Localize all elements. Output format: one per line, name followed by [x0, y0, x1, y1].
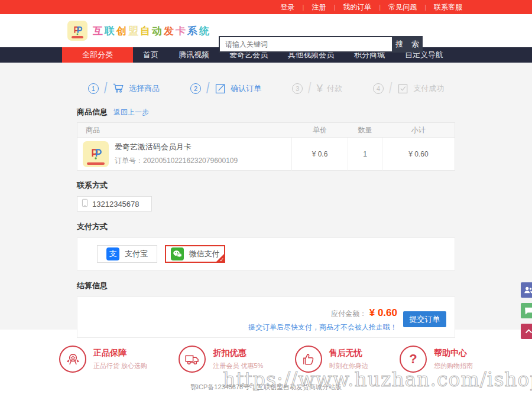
feature-help: ? 帮助中心 您的购物指南 [400, 346, 473, 373]
step-pay: 3 / ¥ 付款 [292, 79, 342, 97]
logo-icon [67, 21, 87, 41]
step-number: 4 [373, 83, 384, 94]
alipay-option[interactable]: 支 支付宝 [97, 245, 157, 263]
back-to-top-button[interactable] [521, 324, 532, 339]
contact-section-title: 联系方式 [77, 180, 455, 191]
selected-check-icon: ✓ [219, 257, 224, 263]
search-button[interactable]: 搜 索 [392, 36, 423, 53]
copyright: 鄂ICP备12345678号-1 互联创盟自动发货商城分站版 [0, 383, 532, 392]
feature-title: 折扣优惠 [213, 348, 263, 359]
section-title-text: 支付方式 [77, 221, 108, 232]
col-quantity: 数量 [348, 123, 382, 138]
amount-value: ¥ 0.60 [369, 307, 397, 318]
step-label: 确认订单 [231, 83, 261, 94]
col-subtotal: 小计 [382, 123, 455, 138]
step-select-product: 1 / 选择商品 [88, 79, 160, 97]
faq-link[interactable]: 常见问题 [381, 2, 424, 12]
feature-title: 正品保障 [93, 348, 147, 359]
my-orders-link[interactable]: 我的订单 [335, 2, 379, 12]
phone-field[interactable]: 13212345678 [77, 196, 152, 211]
col-product: 商品 [77, 123, 292, 138]
contact-service-link[interactable]: 联系客服 [426, 2, 470, 12]
floating-toolbar [521, 282, 532, 339]
step-label: 支付成功 [413, 83, 444, 94]
chat-icon [524, 306, 532, 316]
payment-section-title: 支付方式 [77, 221, 455, 232]
feature-desc: 正品行货 放心选购 [93, 361, 147, 370]
search-box: 搜 索 [219, 36, 423, 53]
alipay-icon: 支 [106, 247, 119, 260]
table-header-row: 商品 单价 数量 小计 [77, 123, 455, 138]
feature-desc: 注册会员 优惠5% [213, 361, 263, 370]
chevron-up-icon [524, 327, 532, 337]
cart-icon [112, 82, 125, 95]
order-number: 订单号：202005102216232079600109 [115, 156, 238, 166]
step-label: 选择商品 [129, 83, 160, 94]
slash-divider: / [104, 79, 107, 97]
edit-icon [215, 83, 226, 95]
step-label: 付款 [327, 83, 342, 94]
feature-discount: 折扣优惠 注册会员 优惠5% [179, 346, 263, 373]
slash-divider: / [389, 79, 392, 97]
phone-icon [82, 198, 88, 209]
amount-label: 应付金额： [331, 309, 366, 318]
nav-item-home[interactable]: 首页 [133, 47, 168, 63]
logo-strip [87, 162, 105, 165]
alipay-label: 支付宝 [125, 249, 148, 259]
amount-block: 应付金额： ¥ 0.60 提交订单后尽快支付，商品才不会被人抢走哦！ [248, 307, 397, 333]
wechat-icon [171, 247, 184, 260]
product-cell: 爱奇艺激活码会员月卡 订单号：202005102216232079600109 [77, 141, 291, 167]
register-link[interactable]: 注册 [304, 2, 333, 12]
footer: 正品保障 正品行货 放心选购 折扣优惠 注册会员 优惠5% [0, 330, 532, 404]
feature-aftersale: 售后无忧 时刻在你身边 [295, 346, 368, 373]
back-link[interactable]: 返回上一步 [113, 107, 149, 118]
all-categories-button[interactable]: 全部分类 [62, 47, 133, 63]
phone-value: 13212345678 [92, 200, 140, 208]
unit-price-value: ¥ 0.6 [292, 138, 348, 171]
payment-hint: 提交订单后尽快支付，商品才不会被人抢走哦！ [248, 322, 397, 333]
thumb-up-icon [295, 346, 322, 373]
step-confirm-order: 2 / 确认订单 [190, 79, 261, 97]
step-number: 3 [292, 83, 303, 94]
nav-item-tencent-video[interactable]: 腾讯视频 [168, 47, 219, 63]
product-image [83, 141, 109, 167]
site-logo[interactable]: 互联创盟自动发卡系统 [67, 21, 211, 41]
contact-icon [523, 285, 532, 295]
medal-icon [59, 346, 86, 373]
search-input[interactable] [219, 36, 392, 53]
chat-button[interactable] [521, 303, 532, 318]
order-table: 商品 单价 数量 小计 [77, 122, 455, 171]
submit-order-button[interactable]: 提交订单 [403, 311, 446, 327]
payment-panel: 支 支付宝 微信支付 ✓ [77, 237, 455, 271]
order-section: 商品信息 返回上一步 商品 单价 数量 小计 [77, 107, 455, 338]
settlement-section-title: 结算信息 [77, 281, 455, 291]
section-title-text: 联系方式 [77, 180, 108, 191]
check-square-icon [397, 83, 409, 95]
feature-desc: 时刻在你身边 [329, 361, 368, 370]
feature-title: 帮助中心 [434, 348, 473, 359]
product-name: 爱奇艺激活码会员月卡 [115, 142, 238, 152]
logo-strip [72, 36, 83, 38]
checkout-steps: 1 / 选择商品 2 / 确认订单 3 / ¥ 付款 4 / [0, 71, 532, 107]
feature-authentic: 正品保障 正品行货 放心选购 [59, 346, 147, 373]
login-link[interactable]: 登录 [273, 2, 303, 12]
truck-icon [179, 346, 206, 373]
step-number: 2 [190, 83, 201, 94]
wechat-pay-label: 微信支付 [189, 249, 220, 259]
settlement-panel: 应付金额： ¥ 0.60 提交订单后尽快支付，商品才不会被人抢走哦！ 提交订单 [77, 297, 455, 338]
contact-qq-button[interactable] [521, 282, 532, 298]
header: 互联创盟自动发卡系统 搜 索 [0, 14, 532, 47]
wechat-pay-option[interactable]: 微信支付 ✓ [165, 245, 225, 263]
table-row: 爱奇艺激活码会员月卡 订单号：202005102216232079600109 … [77, 138, 455, 171]
step-success: 4 / 支付成功 [373, 79, 444, 97]
slash-divider: / [308, 79, 311, 97]
section-title-text: 商品信息 [77, 107, 108, 118]
feature-desc: 您的购物指南 [434, 361, 473, 370]
step-number: 1 [88, 83, 99, 94]
col-unit-price: 单价 [292, 123, 348, 138]
quantity-value: 1 [348, 138, 382, 171]
slash-divider: / [206, 79, 209, 97]
subtotal-value: ¥ 0.60 [382, 138, 455, 171]
yen-icon: ¥ [316, 83, 323, 94]
order-section-title: 商品信息 返回上一步 [77, 107, 455, 118]
